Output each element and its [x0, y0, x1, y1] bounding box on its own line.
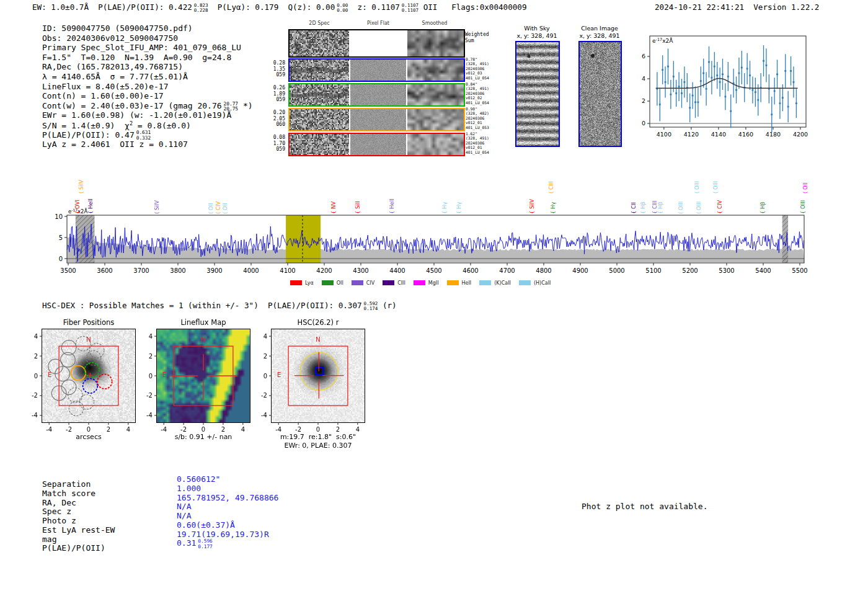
panel-ytick: 0 [264, 373, 267, 380]
info-line: S/N = 1.4(±0.9) χ2 = 0.8(±0.0) [42, 120, 303, 130]
uncertainty-stack: 0.11070.1107 [402, 3, 418, 14]
panel-ytick: 4 [34, 333, 38, 340]
match-value: N/A [177, 512, 278, 521]
panel-xtick: 0 [202, 426, 205, 433]
with-sky-image [515, 41, 560, 147]
hsc-caption-ew: EWr: 0, PLAE: 0.307 [253, 442, 383, 450]
info-line: ID: 5090047750 (5090047750.pdf) [42, 24, 303, 33]
uncertainty-stack: 0.5920.174 [364, 301, 378, 312]
match-label: Est LyA rest-EW [42, 526, 115, 535]
match-value: 0.310.5960.177 [177, 539, 278, 549]
spectrum-ytick: 10 [55, 213, 63, 220]
full-spectrum-plot: 3500360037003800390040004100420043004400… [0, 162, 868, 287]
panel-xtick: -2 [66, 426, 72, 433]
spec2d-row-right-label: 0.78"(328, 491)20240306v012_03401_LU_054 [466, 57, 494, 80]
line-marker-label: ( OIII [678, 202, 684, 214]
panel-ytick: 4 [264, 333, 267, 340]
spectrum-xtick: 4700 [499, 267, 515, 274]
panel-xtick: 4 [356, 426, 360, 433]
spectrum-xtick: 4900 [572, 267, 588, 274]
line-marker-label: { CII [631, 202, 637, 214]
inset-ytick: 4 [642, 75, 645, 82]
spec2d-row [288, 108, 465, 131]
panel-xtick: 2 [107, 426, 110, 433]
spectrum-xtick: 5500 [792, 267, 807, 274]
legend-item: HeII [447, 280, 472, 286]
line-marker-label: { Hβ [657, 202, 663, 214]
line-marker-label: { SiII [355, 201, 361, 214]
panel-xtick: -4 [46, 426, 52, 433]
panel-image [42, 329, 135, 422]
spec2d-row [288, 133, 465, 156]
with-sky-title: With Skyx, y: 328, 491 [503, 25, 571, 39]
legend-swatch [322, 280, 334, 285]
line-marker-label: ( OII [802, 182, 808, 193]
panel-title: Fiber Positions [24, 318, 154, 327]
lineflux-xlabel: s/b: 0.91 +/- nan [138, 433, 268, 441]
weighted-sum-label: WeightedSum [465, 32, 489, 43]
line-marker-label: { Hβ [760, 202, 766, 214]
detection-band [286, 215, 321, 263]
legend-swatch [519, 280, 531, 285]
panel-ytick: 2 [149, 353, 153, 360]
line-marker-label: ( SiIV [154, 200, 160, 214]
match-label: RA, Dec [42, 499, 115, 508]
inset-ytick: 0 [642, 120, 645, 127]
match-label: Separation [42, 480, 115, 489]
panel-image [157, 329, 250, 422]
match-value: N/A [177, 502, 278, 512]
panel-ytick: -4 [32, 412, 38, 419]
spec2d-row [288, 83, 465, 107]
line-marker-label: { HeII [87, 198, 94, 214]
legend-swatch [383, 280, 394, 285]
spec2d-row-left-label: 0.281.35059 [265, 60, 285, 78]
legend-item: MgII [414, 280, 439, 286]
legend-item: CIV [352, 280, 374, 286]
info-line: Cont(n) = 1.60(±0.00)e-17 [42, 91, 303, 101]
panel-image [272, 329, 365, 422]
spec2d-row-right-label: 0.90"(328, 482)20240306v012_01401_LU_053 [466, 107, 494, 130]
inset-ytick: 6 [642, 53, 645, 60]
line-fit-inset-plot: 4100412041404160418042000246e-17x2Å [632, 25, 831, 149]
spectrum-xtick: 4800 [536, 267, 551, 274]
line-marker-label: { Hγ [441, 202, 448, 214]
spectrum-xtick: 5300 [719, 267, 734, 274]
line-marker-label: ( CIII [548, 182, 554, 193]
hsc-dex-match-line: HSC-DEX : Possible Matches = 1 (within +… [42, 301, 397, 312]
spec2d-row-left-label: 0.261.89059 [265, 85, 285, 103]
spectrum-ytick: 5 [59, 234, 63, 241]
inset-ylabel: e-17x2Å [652, 37, 673, 44]
spec2d-col-title: Pixel Flat [350, 20, 406, 26]
line-marker-label: ( OIII [712, 181, 719, 193]
panel-xtick: 0 [87, 426, 91, 433]
uncertainty-stack: 0.000.00 [337, 3, 348, 14]
panel-title: Lineflux Map [138, 318, 268, 327]
spec2d-row-left-label: 0.202.05060 [265, 110, 285, 128]
panel-title: HSC(26.2) r [253, 318, 383, 327]
weighted-sum-row [288, 29, 465, 58]
panel-xtick: -4 [161, 426, 167, 433]
match-value: 1.000 [177, 484, 278, 494]
spectrum-xtick: 5200 [682, 267, 698, 274]
line-marker-label: { OVI [74, 200, 81, 214]
spectrum-xtick: 4300 [353, 267, 368, 274]
info-line: EWr = 1.60(±0.98) (w: -1.20(±0.01)e19)Å [42, 110, 303, 120]
inset-xtick: 4160 [738, 131, 753, 138]
match-value: 165.781952, 49.768866 [177, 494, 278, 503]
spectrum-xtick: 4400 [389, 267, 405, 274]
inset-xtick: 4180 [766, 131, 781, 138]
header-timestamp: 2024-10-21 22:41:21 Version 1.22.2 [655, 2, 819, 12]
line-marker-label: ( OIII [696, 202, 702, 214]
panel-ytick: -2 [261, 392, 267, 399]
info-line: Cont(w) = 2.40(±0.03)e-17 (gmag 20.7620.… [42, 101, 303, 111]
spec2d-col-title: Smoothed [407, 20, 463, 26]
clean-image-title: Clean Imagex, y: 328, 491 [565, 25, 634, 39]
panel-ytick: -2 [146, 392, 153, 399]
spectrum-xtick: 3800 [170, 267, 185, 274]
info-line: LineFlux = 8.40(±5.20)e-17 [42, 82, 303, 92]
photz-note: Phot z plot not available. [582, 502, 708, 511]
match-label: Match score [42, 489, 115, 499]
panel-ytick: -4 [261, 412, 267, 419]
legend-item: (H)CaII [519, 280, 551, 286]
match-label: Photo z [42, 517, 115, 526]
